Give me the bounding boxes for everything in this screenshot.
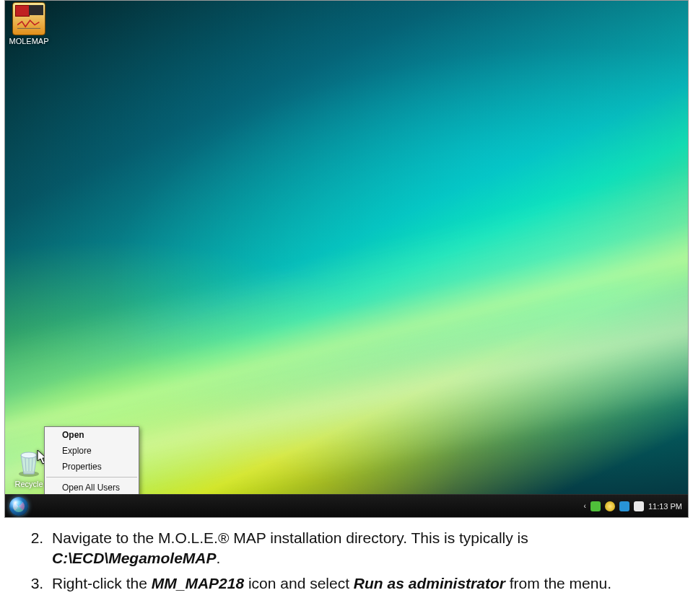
menu-item-explore[interactable]: Explore [45, 443, 139, 459]
desktop-icon-label: MOLEMAP [8, 37, 50, 45]
instruction-step-3: Right-click the MM_MAP218 icon and selec… [48, 573, 667, 594]
menu-item-properties[interactable]: Properties [45, 459, 139, 475]
taskbar: ‹ 11:13 PM [5, 494, 688, 517]
desktop-icon-molemap[interactable]: AP MOLEMAP [8, 2, 50, 45]
step3-file: MM_MAP218 [152, 575, 244, 591]
menu-separator [46, 477, 137, 478]
step2-path: C:\ECD\MegamoleMAP [52, 550, 217, 566]
step3-action: Run as administrator [354, 575, 505, 591]
tray-icon-shield[interactable] [590, 501, 601, 511]
svg-point-1 [21, 452, 37, 458]
molemap-icon-badge: AP [29, 5, 43, 15]
step3-text-3: from the menu. [505, 575, 611, 591]
vista-desktop-screenshot: AP MOLEMAP Recycle [4, 0, 689, 518]
taskbar-clock[interactable]: 11:13 PM [648, 502, 682, 511]
step3-text-1: Right-click the [52, 575, 152, 591]
recycle-bin-icon [12, 445, 45, 478]
molemap-icon-chart [17, 17, 40, 31]
instruction-text: Navigate to the M.O.L.E.® MAP installati… [0, 518, 693, 599]
tray-icon-alert[interactable] [605, 501, 615, 511]
molemap-icon: AP [12, 2, 45, 35]
step2-text-1: Navigate to the M.O.L.E.® MAP installati… [52, 529, 528, 546]
start-button[interactable] [5, 495, 32, 518]
instruction-step-2: Navigate to the M.O.L.E.® MAP installati… [48, 528, 667, 568]
tray-icon-volume[interactable] [634, 501, 644, 511]
start-orb-icon [9, 497, 28, 516]
tray-icon-network[interactable] [619, 501, 629, 511]
step3-text-2: icon and select [244, 575, 354, 591]
menu-item-open-all-users[interactable]: Open All Users [45, 480, 139, 496]
menu-item-open[interactable]: Open [45, 427, 139, 443]
system-tray: ‹ 11:13 PM [578, 495, 688, 517]
step2-text-2: . [217, 550, 221, 566]
tray-expand-icon[interactable]: ‹ [584, 502, 586, 510]
